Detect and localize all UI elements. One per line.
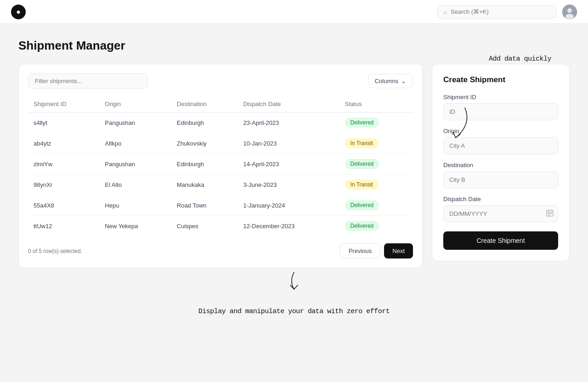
cell-destination: Edinburgh <box>171 154 238 174</box>
status-badge: Delivered <box>345 159 379 169</box>
dispatch-date-label: Dispatch Date <box>443 196 558 202</box>
cell-origin: Afikpo <box>99 133 171 154</box>
previous-button[interactable]: Previous <box>340 243 381 258</box>
cell-status: In Transit <box>339 174 413 195</box>
content-layout: Columns ⌄ Shipment ID Origin Destination… <box>18 64 570 268</box>
destination-group: Destination <box>443 162 558 188</box>
pagination: Previous Next <box>340 243 413 258</box>
cell-destination: Zhukovskiy <box>171 133 238 154</box>
cell-destination: Road Town <box>171 195 238 216</box>
date-group: Dispatch Date <box>443 196 558 222</box>
avatar[interactable] <box>562 5 577 19</box>
row-count: 0 of 5 row(s) selected. <box>28 248 82 254</box>
dispatch-date-input[interactable] <box>443 205 558 222</box>
cell-date: 3-June-2023 <box>237 174 339 195</box>
table-row[interactable]: ttUw12 New Yekepa Cuispes 12-December-20… <box>28 216 413 236</box>
table-row[interactable]: 98ynXr El Alto Manukaka 3-June-2023 In T… <box>28 174 413 195</box>
col-header-id: Shipment ID <box>28 96 99 112</box>
cell-id: s4llyt <box>28 112 99 133</box>
status-badge: Delivered <box>345 118 379 128</box>
app-logo[interactable]: ● <box>11 5 26 19</box>
search-input[interactable] <box>451 8 551 15</box>
status-badge: Delivered <box>345 200 379 210</box>
cell-date: 1-January-2024 <box>237 195 339 216</box>
annotation-bottom-container: Display and manipulate your data with ze… <box>18 270 570 315</box>
arrow-bottom-icon <box>18 270 570 293</box>
cell-status: Delivered <box>339 112 413 133</box>
table-row[interactable]: ab4ytz Afikpo Zhukovskiy 10-Jan-2023 In … <box>28 133 413 154</box>
columns-button[interactable]: Columns ⌄ <box>368 74 413 88</box>
create-panel: Create Shipment Shipment ID Origin Desti… <box>432 64 570 261</box>
cell-origin: Pangushan <box>99 112 171 133</box>
table-row[interactable]: zlmiYw Pangushan Edinburgh 14-April-2023… <box>28 154 413 174</box>
col-header-destination: Destination <box>171 96 238 112</box>
annotation-bottom: Display and manipulate your data with ze… <box>18 308 570 315</box>
cell-status: In Transit <box>339 133 413 154</box>
avatar-image <box>562 5 577 19</box>
cell-id: 55a4X8 <box>28 195 99 216</box>
cell-destination: Edinburgh <box>171 112 238 133</box>
cell-date: 12-December-2023 <box>237 216 339 236</box>
destination-input[interactable] <box>443 171 558 188</box>
table-toolbar: Columns ⌄ <box>28 73 413 89</box>
cell-status: Delivered <box>339 154 413 174</box>
search-bar[interactable]: ⌕ <box>437 5 557 19</box>
cell-status: Delivered <box>339 195 413 216</box>
shipment-id-label: Shipment ID <box>443 94 558 101</box>
cell-id: ttUw12 <box>28 216 99 236</box>
cell-date: 14-April-2023 <box>237 154 339 174</box>
cell-id: 98ynXr <box>28 174 99 195</box>
destination-label: Destination <box>443 162 558 169</box>
search-icon: ⌕ <box>443 8 447 16</box>
table-body: s4llyt Pangushan Edinburgh 23-April-2023… <box>28 112 413 236</box>
status-badge: In Transit <box>345 138 379 148</box>
create-shipment-button[interactable]: Create Shipment <box>443 231 558 250</box>
cell-id: ab4ytz <box>28 133 99 154</box>
cell-origin: Hepu <box>99 195 171 216</box>
main-content: Add data quickly Shipment Manager Column… <box>0 24 588 330</box>
cell-date: 23-April-2023 <box>237 112 339 133</box>
data-table: Shipment ID Origin Destination Dispatch … <box>28 96 413 236</box>
filter-input[interactable] <box>28 73 147 89</box>
cell-origin: Pangushan <box>99 154 171 174</box>
cell-origin: New Yekepa <box>99 216 171 236</box>
cell-status: Delivered <box>339 216 413 236</box>
chevron-down-icon: ⌄ <box>401 78 406 84</box>
create-panel-title: Create Shipment <box>443 75 558 84</box>
annotation-top: Add data quickly <box>489 55 551 63</box>
page-title: Shipment Manager <box>18 39 570 53</box>
col-header-status: Status <box>339 96 413 112</box>
cell-destination: Manukaka <box>171 174 238 195</box>
table-footer: 0 of 5 row(s) selected. Previous Next <box>28 243 413 258</box>
table-row[interactable]: s4llyt Pangushan Edinburgh 23-April-2023… <box>28 112 413 133</box>
status-badge: In Transit <box>345 180 379 190</box>
col-header-date: Dispatch Date <box>237 96 339 112</box>
cell-id: zlmiYw <box>28 154 99 174</box>
table-panel: Columns ⌄ Shipment ID Origin Destination… <box>18 64 423 268</box>
date-input-wrapper <box>443 205 558 222</box>
next-button[interactable]: Next <box>384 243 413 258</box>
cell-destination: Cuispes <box>171 216 238 236</box>
cell-origin: El Alto <box>99 174 171 195</box>
col-header-origin: Origin <box>99 96 171 112</box>
svg-point-2 <box>565 14 574 19</box>
cell-date: 10-Jan-2023 <box>237 133 339 154</box>
arrow-top-icon <box>447 106 474 145</box>
table-header: Shipment ID Origin Destination Dispatch … <box>28 96 413 112</box>
navbar-right: ⌕ <box>437 5 577 19</box>
status-badge: Delivered <box>345 221 379 231</box>
table-row[interactable]: 55a4X8 Hepu Road Town 1-January-2024 Del… <box>28 195 413 216</box>
navbar: ● ⌕ <box>0 0 588 24</box>
svg-point-1 <box>567 8 572 13</box>
